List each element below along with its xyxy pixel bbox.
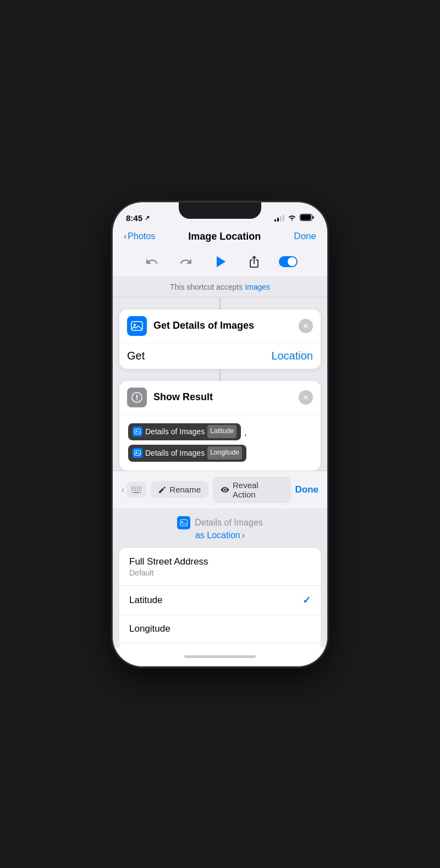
- redo-button[interactable]: [177, 252, 195, 271]
- full-street-label: Full Street Address: [129, 556, 208, 567]
- location-value-button[interactable]: Location: [271, 350, 313, 362]
- list-item-longitude[interactable]: Longitude: [119, 615, 321, 643]
- svg-rect-17: [133, 490, 134, 491]
- wifi-icon: [288, 214, 296, 223]
- toggle-switch[interactable]: [279, 256, 298, 267]
- accepts-highlight[interactable]: Images: [245, 283, 270, 291]
- badge-icon-1: [133, 427, 142, 436]
- get-details-icon: [127, 316, 147, 336]
- show-result-card: Show Result ✕ Details of Images Latitude: [119, 381, 321, 471]
- svg-rect-22: [180, 519, 188, 526]
- svg-rect-19: [137, 490, 138, 491]
- result-line-1: Details of Images Latitude ,: [127, 422, 313, 441]
- bottom-done-button[interactable]: Done: [295, 484, 319, 495]
- location-options-list: Full Street Address Default Latitude ✓ L…: [119, 548, 321, 648]
- svg-rect-8: [135, 429, 141, 434]
- badge-icon-2: [133, 448, 142, 458]
- full-street-sub: Default: [129, 568, 208, 577]
- share-button[interactable]: [245, 252, 263, 271]
- run-button[interactable]: [211, 252, 229, 271]
- badge1-label: Details of Images: [145, 425, 205, 439]
- list-item-full-street[interactable]: Full Street Address Default: [119, 548, 321, 586]
- svg-rect-13: [133, 488, 134, 489]
- svg-rect-18: [135, 490, 136, 491]
- svg-rect-1: [301, 214, 311, 220]
- result-line-2: Details of Images Longitude: [127, 444, 313, 463]
- signal-icon: [274, 215, 284, 222]
- rename-button[interactable]: Rename: [151, 481, 208, 498]
- notch: [179, 202, 261, 219]
- context-image-icon: [177, 516, 190, 529]
- svg-rect-20: [139, 490, 140, 491]
- content-area: Get Details of Images ✕ Get Location: [113, 297, 327, 648]
- connector-line-2: [219, 369, 221, 381]
- svg-rect-2: [313, 216, 314, 219]
- latitude-checkmark-icon: ✓: [302, 594, 311, 606]
- get-details-title: Get Details of Images: [153, 320, 254, 331]
- connector-line-1: [219, 297, 221, 309]
- comma-text: ,: [244, 427, 246, 436]
- badge1-tag: Latitude: [207, 425, 237, 438]
- status-time: 8:45 ↗: [126, 213, 150, 223]
- location-arrow-icon: ↗: [145, 214, 150, 222]
- accepts-banner: This shortcut accepts Images: [113, 277, 327, 297]
- svg-rect-21: [134, 492, 139, 493]
- show-result-header: Show Result ✕: [119, 381, 321, 414]
- battery-icon: [300, 213, 314, 223]
- back-label: Photos: [128, 231, 155, 241]
- back-chevron-icon: ‹: [124, 231, 127, 241]
- show-result-icon: [127, 388, 147, 407]
- latitude-label: Latitude: [129, 595, 163, 606]
- svg-rect-14: [135, 488, 136, 489]
- context-main-label: Details of Images: [195, 518, 263, 528]
- svg-rect-4: [131, 322, 142, 330]
- as-location-link[interactable]: as Location ›: [113, 530, 327, 540]
- get-details-close-button[interactable]: ✕: [299, 319, 313, 333]
- badge-longitude[interactable]: Details of Images Longitude: [128, 445, 246, 462]
- get-details-header: Get Details of Images ✕: [119, 309, 321, 343]
- as-location-chevron-icon: ›: [242, 530, 245, 540]
- as-location-label: as Location: [195, 530, 240, 540]
- eye-icon: [221, 485, 229, 494]
- keyboard-chevron-icon[interactable]: ‹: [122, 485, 124, 495]
- reveal-label: Reveal Action: [233, 480, 283, 499]
- list-item-altitude[interactable]: Altitude: [119, 643, 321, 648]
- pencil-icon: [158, 486, 166, 494]
- toolbar: [113, 248, 327, 277]
- time-display: 8:45: [126, 213, 142, 223]
- home-bar: [184, 655, 256, 658]
- list-item-latitude[interactable]: Latitude ✓: [119, 586, 321, 615]
- keyboard-toggle-button[interactable]: [127, 482, 146, 497]
- svg-rect-15: [137, 488, 138, 489]
- status-icons: [274, 213, 314, 223]
- get-details-card: Get Details of Images ✕ Get Location: [119, 309, 321, 369]
- show-result-body: Details of Images Latitude , Details of …: [119, 414, 321, 471]
- nav-title: Image Location: [188, 231, 261, 242]
- longitude-label: Longitude: [129, 623, 170, 634]
- svg-rect-10: [135, 451, 141, 456]
- badge2-label: Details of Images: [145, 446, 205, 460]
- show-result-close-button[interactable]: ✕: [299, 390, 313, 405]
- accepts-prefix: This shortcut accepts: [170, 283, 245, 291]
- reveal-action-button[interactable]: Reveal Action: [213, 477, 290, 503]
- context-label: Details of Images: [113, 516, 327, 529]
- svg-point-5: [134, 324, 136, 326]
- back-button[interactable]: ‹ Photos: [124, 231, 155, 241]
- rename-label: Rename: [169, 485, 201, 494]
- badge-latitude[interactable]: Details of Images Latitude: [128, 423, 241, 440]
- svg-point-7: [136, 399, 138, 400]
- nav-done-button[interactable]: Done: [294, 231, 316, 242]
- phone-screen: 8:45 ↗ ‹ Pho: [113, 202, 327, 666]
- svg-point-23: [182, 521, 183, 523]
- badge2-tag: Longitude: [207, 446, 242, 460]
- nav-bar: ‹ Photos Image Location Done: [113, 229, 327, 248]
- phone-frame: 8:45 ↗ ‹ Pho: [113, 202, 327, 666]
- show-result-title: Show Result: [153, 391, 213, 403]
- get-details-body: Get Location: [119, 343, 321, 369]
- undo-button[interactable]: [142, 252, 161, 271]
- get-label: Get: [127, 350, 145, 362]
- home-indicator: [113, 648, 327, 666]
- svg-marker-3: [217, 256, 226, 267]
- context-area: Details of Images as Location ›: [113, 508, 327, 544]
- bottom-toolbar: ‹ Rename Reveal Action Done: [113, 471, 327, 508]
